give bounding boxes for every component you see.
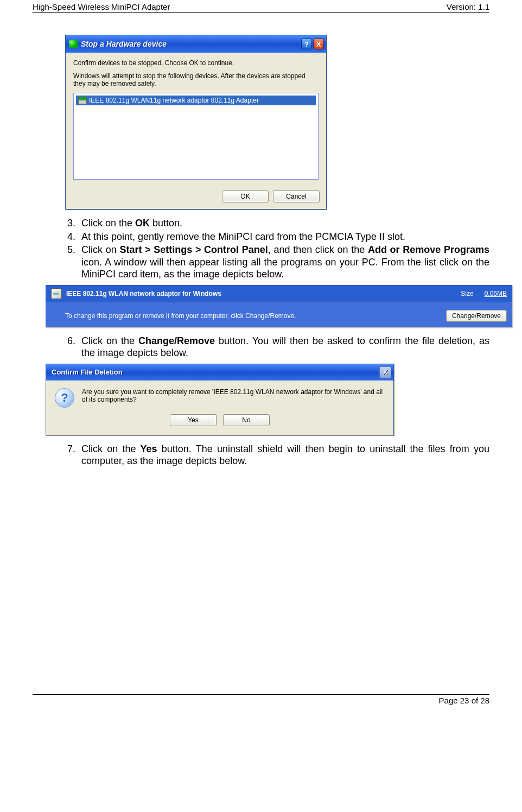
confirm-deletion-dialog: Confirm File Deletion X ? Are you sure y…: [46, 364, 394, 435]
add-remove-programs-entry[interactable]: IEEE 802.11g WLAN network adaptor for Wi…: [46, 285, 512, 327]
size-label: Size: [461, 290, 473, 297]
network-adapter-icon: [78, 97, 87, 104]
step-4: At this point, gently remove the MiniPCI…: [78, 231, 489, 243]
dialog-title: Stop a Hardware device: [81, 40, 300, 48]
step-7: Click on the Yes button. The uninstall s…: [78, 443, 489, 467]
dialog-titlebar: Confirm File Deletion X: [46, 364, 393, 380]
ok-button[interactable]: OK: [222, 191, 269, 202]
program-description: To change this program or remove it from…: [65, 312, 440, 320]
step-bold: Start > Settings > Control Panel: [119, 244, 268, 255]
close-button-disabled: X: [379, 366, 391, 378]
step-bold: Yes: [141, 443, 157, 454]
device-list-item[interactable]: IEEE 802.11g WLAN11g network adaptor 802…: [76, 96, 316, 105]
program-name: IEEE 802.11g WLAN network adaptor for Wi…: [66, 290, 461, 297]
dialog-text-2: Windows will attempt to stop the followi…: [73, 72, 319, 87]
header-left: High-Speed Wireless MiniPCI Adapter: [33, 2, 170, 11]
device-name: IEEE 802.11g WLAN11g network adaptor 802…: [89, 97, 259, 104]
eject-icon: [69, 40, 78, 48]
no-button[interactable]: No: [223, 414, 270, 426]
change-remove-button[interactable]: Change/Remove: [446, 310, 507, 322]
header-right: Version: 1.1: [447, 2, 489, 11]
dialog-message: Are you sure you want to completely remo…: [82, 388, 385, 403]
step-5: Click on Start > Settings > Control Pane…: [78, 244, 489, 281]
question-icon: ?: [55, 388, 74, 408]
stop-hardware-dialog: Stop a Hardware device ? X Confirm devic…: [65, 35, 327, 210]
yes-button[interactable]: Yes: [170, 414, 217, 426]
footer-rule: [33, 694, 489, 695]
instruction-list: Click on the Yes button. The uninstall s…: [33, 443, 489, 467]
page-footer: Page 23 of 28: [33, 696, 489, 710]
step-text: Click on the: [81, 218, 135, 229]
dialog-title: Confirm File Deletion: [52, 368, 123, 376]
step-text: icon. A window will then appear listing …: [81, 257, 489, 280]
program-icon: [51, 288, 62, 299]
cancel-button[interactable]: Cancel: [273, 191, 320, 202]
step-text: Click on: [81, 244, 119, 255]
step-3: Click on the OK button.: [78, 217, 489, 230]
close-button[interactable]: X: [313, 39, 324, 49]
instruction-list: Click on the OK button. At this point, g…: [33, 217, 489, 281]
step-bold: OK: [135, 218, 150, 229]
help-button[interactable]: ?: [301, 39, 312, 49]
step-text: , and then click on the: [268, 244, 368, 255]
instruction-list: Click on the Change/Remove button. You w…: [33, 335, 489, 359]
step-text: Click on the: [81, 443, 141, 454]
device-list[interactable]: IEEE 802.11g WLAN11g network adaptor 802…: [73, 93, 319, 180]
size-value[interactable]: 0.06MB: [485, 290, 507, 297]
step-bold: Change/Remove: [138, 335, 215, 346]
dialog-text-1: Confirm devices to be stopped, Choose OK…: [73, 59, 319, 67]
step-6: Click on the Change/Remove button. You w…: [78, 335, 489, 359]
step-text: Click on the: [81, 335, 138, 346]
step-text: button.: [150, 218, 182, 229]
header-rule: [33, 12, 489, 13]
step-bold: Add or Remove Programs: [368, 244, 489, 255]
dialog-titlebar: Stop a Hardware device ? X: [66, 35, 326, 53]
